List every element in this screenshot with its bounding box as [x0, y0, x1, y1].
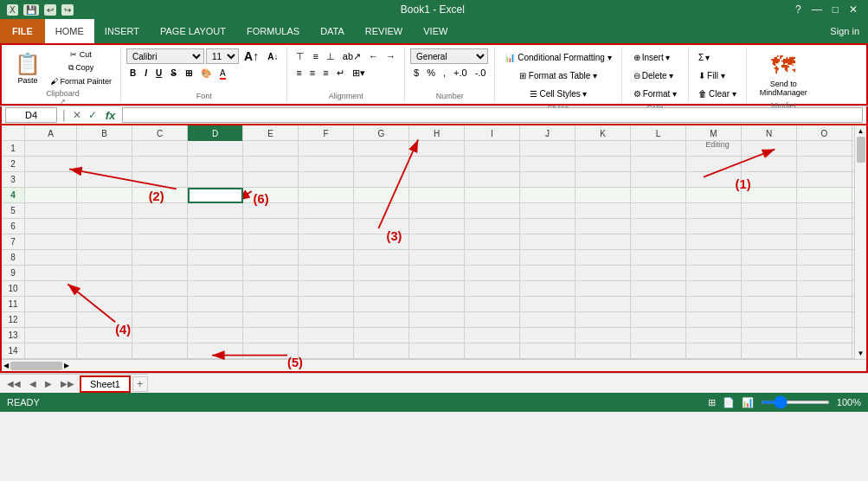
tab-review[interactable]: REVIEW	[355, 19, 413, 43]
tab-formulas[interactable]: FORMULAS	[236, 19, 310, 43]
cell-H1[interactable]	[409, 141, 465, 157]
cell-E14[interactable]	[243, 343, 299, 359]
delete-cells-btn[interactable]: ⊖ Delete ▾	[627, 67, 683, 84]
cell-O10[interactable]	[797, 281, 852, 297]
sheet-nav-prev[interactable]: ◀	[26, 377, 40, 390]
cell-B5[interactable]	[77, 203, 132, 219]
indent-dec-btn[interactable]: ←	[365, 48, 382, 64]
cell-K4[interactable]	[575, 188, 631, 203]
scroll-down-btn[interactable]: ▼	[858, 350, 865, 357]
cell-H13[interactable]	[409, 328, 465, 343]
cell-M7[interactable]	[686, 234, 742, 250]
row-header-6[interactable]: 6	[2, 219, 24, 234]
format-as-table-btn[interactable]: ⊞ Format as Table ▾	[500, 67, 615, 84]
undo-btn[interactable]: ↩	[44, 4, 56, 16]
dec-decimal-btn[interactable]: -.0	[472, 65, 490, 80]
row-header-4[interactable]: 4	[2, 188, 24, 203]
cell-I9[interactable]	[465, 266, 520, 281]
cell-K9[interactable]	[575, 266, 631, 281]
cell-M6[interactable]	[686, 219, 742, 234]
cell-I11[interactable]	[465, 297, 520, 312]
cell-D2[interactable]	[188, 157, 243, 172]
row-header-1[interactable]: 1	[2, 141, 24, 157]
cell-E1[interactable]	[243, 141, 299, 157]
cell-L13[interactable]	[631, 328, 686, 343]
cell-L2[interactable]	[631, 157, 686, 172]
tab-insert[interactable]: INSERT	[94, 19, 150, 43]
cell-H5[interactable]	[409, 203, 465, 219]
cell-O3[interactable]	[797, 172, 852, 188]
formula-cancel-btn[interactable]: ✕	[71, 109, 83, 121]
cell-H11[interactable]	[409, 297, 465, 312]
row-header-8[interactable]: 8	[2, 250, 24, 266]
cell-B13[interactable]	[77, 328, 132, 343]
col-header-l[interactable]: L	[631, 125, 686, 141]
col-header-n[interactable]: N	[742, 125, 797, 141]
cell-C8[interactable]	[132, 250, 188, 266]
cell-B9[interactable]	[77, 266, 132, 281]
row-header-3[interactable]: 3	[2, 172, 24, 188]
underline-btn[interactable]: U	[152, 65, 165, 80]
col-header-h[interactable]: H	[409, 125, 465, 141]
cell-styles-btn[interactable]: ☰ Cell Styles ▾	[500, 85, 615, 102]
clear-btn[interactable]: 🗑 Clear ▾	[694, 85, 741, 102]
cell-K11[interactable]	[575, 297, 631, 312]
cell-F5[interactable]	[299, 203, 354, 219]
cell-O5[interactable]	[797, 203, 852, 219]
cell-J1[interactable]	[520, 141, 575, 157]
cell-N1[interactable]	[742, 141, 797, 157]
cell-M4[interactable]	[686, 188, 742, 203]
col-header-k[interactable]: K	[575, 125, 631, 141]
cell-E10[interactable]	[243, 281, 299, 297]
cell-K10[interactable]	[575, 281, 631, 297]
cell-M13[interactable]	[686, 328, 742, 343]
cell-L8[interactable]	[631, 250, 686, 266]
right-align-btn[interactable]: ≡	[319, 65, 331, 80]
cell-F2[interactable]	[299, 157, 354, 172]
cell-J3[interactable]	[520, 172, 575, 188]
border-btn[interactable]: ⊞	[182, 65, 196, 80]
tab-view[interactable]: VIEW	[413, 19, 458, 43]
cell-B10[interactable]	[77, 281, 132, 297]
cell-E4[interactable]	[243, 188, 299, 203]
cell-I7[interactable]	[465, 234, 520, 250]
quick-save-btn[interactable]: 💾	[23, 4, 39, 16]
cell-J11[interactable]	[520, 297, 575, 312]
row-header-14[interactable]: 14	[2, 343, 24, 359]
col-header-m[interactable]: M	[686, 125, 742, 141]
cell-J9[interactable]	[520, 266, 575, 281]
col-header-d[interactable]: D	[188, 125, 243, 141]
merge-cells-btn[interactable]: ⊞▾	[349, 65, 369, 80]
sheet-nav-right[interactable]: ▶▶	[57, 377, 78, 390]
col-header-c[interactable]: C	[132, 125, 188, 141]
left-align-btn[interactable]: ≡	[293, 65, 305, 80]
cell-E13[interactable]	[243, 328, 299, 343]
orient-btn[interactable]: ab↗	[339, 48, 364, 64]
cell-G13[interactable]	[354, 328, 409, 343]
cell-I12[interactable]	[465, 312, 520, 328]
cell-N12[interactable]	[742, 312, 797, 328]
formula-confirm-btn[interactable]: ✓	[87, 109, 99, 121]
cell-G3[interactable]	[354, 172, 409, 188]
cell-N14[interactable]	[742, 343, 797, 359]
cell-C1[interactable]	[132, 141, 188, 157]
cell-C14[interactable]	[132, 343, 188, 359]
cell-K5[interactable]	[575, 203, 631, 219]
cell-P14[interactable]	[852, 343, 854, 359]
cell-L6[interactable]	[631, 219, 686, 234]
cell-I10[interactable]	[465, 281, 520, 297]
cell-A8[interactable]	[25, 250, 77, 266]
comma-btn[interactable]: ,	[440, 65, 449, 80]
italic-btn[interactable]: I	[141, 65, 151, 80]
cell-C6[interactable]	[132, 219, 188, 234]
cell-D4[interactable]	[188, 188, 243, 203]
cell-A11[interactable]	[25, 297, 77, 312]
cell-J5[interactable]	[520, 203, 575, 219]
strikethrough-btn[interactable]: S	[167, 65, 180, 80]
cell-A13[interactable]	[25, 328, 77, 343]
fill-btn[interactable]: ⬇ Fill ▾	[694, 67, 741, 84]
cell-E7[interactable]	[243, 234, 299, 250]
col-header-b[interactable]: B	[77, 125, 132, 141]
cell-J12[interactable]	[520, 312, 575, 328]
cell-A3[interactable]	[25, 172, 77, 188]
